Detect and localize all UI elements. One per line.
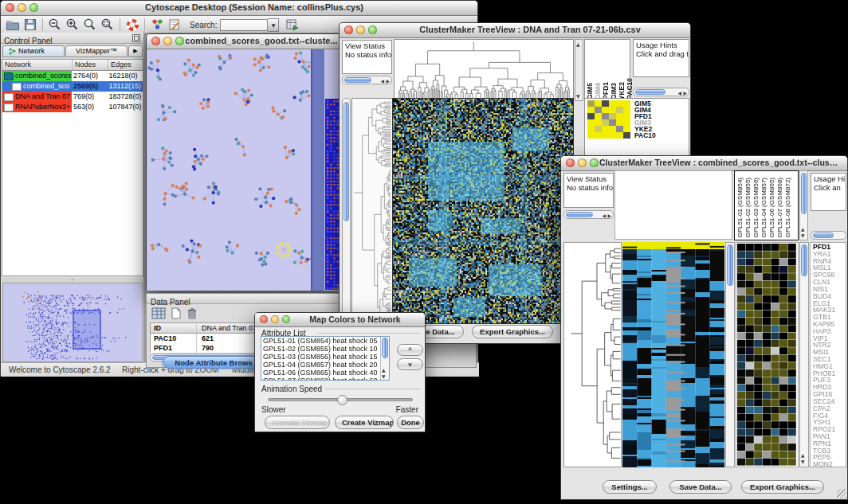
column-dendrogram-area[interactable] (614, 170, 732, 240)
status-hscrollbar[interactable]: ◀▶ (563, 210, 614, 219)
annotation-icon[interactable] (166, 18, 183, 32)
matrix-cell[interactable] (616, 100, 623, 107)
slider-thumb[interactable] (337, 395, 347, 405)
speed-slider[interactable] (268, 398, 413, 401)
array-label[interactable]: GPL51-01 (GSM854) (736, 178, 744, 238)
attribute-item[interactable]: GPL51-03 (GSM856) heat shock 15 min (261, 353, 379, 361)
array-label[interactable]: GPL51-03 (GSM856) (752, 178, 760, 238)
matrix-cell[interactable] (623, 126, 630, 132)
vizmap-colors-icon[interactable] (148, 18, 166, 32)
gene-dendrogram-canvas[interactable] (352, 99, 392, 323)
matrix-cell[interactable] (602, 100, 609, 107)
array-labels-strip[interactable]: GPL51-01 (GSM854)GPL51-02 (GSM855)GPL51-… (734, 170, 799, 240)
resize-grip[interactable] (837, 489, 846, 498)
matrix-cell[interactable] (602, 119, 609, 126)
zoom-window-icon[interactable] (29, 3, 38, 12)
save-icon[interactable] (22, 18, 39, 32)
array-label[interactable]: GPL51-07 (GSM868) (776, 178, 783, 238)
matrix-cell[interactable] (595, 100, 602, 107)
matrix-cell[interactable] (609, 126, 616, 132)
gene-label[interactable]: PAC10 (634, 132, 656, 139)
tab-vizmapper[interactable]: VizMapper™ (65, 45, 128, 57)
status-hscrollbar[interactable]: ◀▶ (342, 76, 392, 84)
new-attribute-icon[interactable] (171, 307, 182, 322)
network-row[interactable]: DNA and Tran 07 769(0) 183728(0) (2, 92, 143, 102)
matrix-cell[interactable] (623, 113, 630, 119)
tab-network[interactable]: Network (2, 45, 65, 57)
similarity-heatmap-canvas[interactable] (393, 99, 573, 323)
save-data-button[interactable]: Save Data... (669, 480, 732, 494)
minimize-icon[interactable] (163, 37, 172, 45)
matrix-cell[interactable] (602, 113, 609, 119)
attribute-vscrollbar[interactable]: ▲▼ (380, 337, 389, 380)
trash-icon[interactable] (186, 307, 198, 322)
gene-name-list[interactable]: PFD1YRA1RNR4MSL1SPC98CLN1NIS1BUD4ELG1MAK… (810, 242, 846, 467)
minimize-icon[interactable] (578, 158, 587, 167)
move-down-button[interactable]: v (397, 358, 423, 370)
minimize-icon[interactable] (356, 25, 365, 34)
matrix-cell[interactable] (609, 100, 616, 107)
done-button[interactable]: Done (397, 416, 424, 429)
matrix-cell[interactable] (602, 132, 609, 139)
matrix-cell[interactable] (595, 132, 602, 139)
array-label[interactable]: GPL51-06 (GSM865) (768, 178, 775, 238)
export-graphics-button[interactable]: Export Graphics... (741, 480, 824, 494)
matrix-cell[interactable] (595, 107, 602, 113)
matrix-cell[interactable] (609, 132, 616, 139)
zoom-actual-icon[interactable] (81, 18, 99, 32)
matrix-cell[interactable] (609, 107, 616, 113)
open-folder-icon[interactable] (4, 18, 22, 32)
zoom-fit-icon[interactable] (99, 18, 116, 32)
move-up-button[interactable]: ^ (397, 344, 423, 356)
matrix-cell[interactable] (623, 107, 630, 113)
genelist-vscrollbar[interactable]: ▲▼ (799, 242, 809, 467)
hints-hscrollbar[interactable]: ◀▶ (633, 88, 689, 96)
attribute-list[interactable]: GPL51-01 (GSM854) heat shock 05 minGPL51… (261, 337, 379, 380)
dendro-scroll-strip[interactable]: ▲▼ (575, 39, 583, 101)
network-graph-canvas[interactable] (147, 49, 346, 291)
column-label[interactable]: GIM4 (595, 83, 602, 100)
matrix-cell[interactable] (623, 119, 630, 126)
minimize-icon[interactable] (271, 315, 279, 323)
zoom-window-icon[interactable] (590, 158, 599, 167)
network-row[interactable]: RNAPuberNov2+ 563(0) 107847(0) (2, 102, 143, 112)
search-dropdown-button[interactable]: ▼ (268, 18, 279, 32)
zoom-matrix[interactable] (587, 100, 630, 139)
expression-heatmap-canvas[interactable] (622, 242, 724, 467)
matrix-cell[interactable] (595, 119, 602, 126)
gene-dendrogram-canvas[interactable] (564, 243, 621, 467)
matrix-cell[interactable] (587, 126, 595, 132)
main-titlebar[interactable]: Cytoscape Desktop (Session Name: collins… (1, 1, 477, 16)
matrix-cell[interactable] (616, 119, 623, 126)
matrix-cell[interactable] (587, 119, 595, 126)
matrix-cell[interactable] (602, 126, 609, 132)
matrix-cell[interactable] (587, 113, 595, 119)
network-row[interactable]: combined_scores 2764(0) 16218(0) (2, 71, 143, 81)
tab-scroll-button[interactable]: ▶ (128, 45, 143, 57)
zoom-heatmap-canvas[interactable] (737, 244, 796, 466)
network-row[interactable]: combined_sco 2569(6) 13112(15) (2, 81, 143, 92)
heatmap-vscrollbar[interactable] (725, 242, 735, 467)
network-overview-canvas[interactable] (3, 283, 142, 361)
network-view-titlebar[interactable]: combined_scores_good.txt--cluste... (147, 34, 346, 49)
zoom-window-icon[interactable] (175, 37, 184, 45)
treeview-combined-titlebar[interactable]: ClusterMaker TreeView : combined_scores_… (561, 156, 847, 171)
close-icon[interactable] (260, 315, 268, 323)
attribute-item[interactable]: GPL51-06 (GSM865) heat shock 40 min (261, 369, 379, 377)
close-icon[interactable] (6, 3, 14, 12)
create-vizmap-button[interactable]: Create Vizmap (335, 416, 394, 429)
column-label[interactable]: GIM5 (587, 83, 594, 100)
gene-name[interactable]: MON2 (813, 461, 846, 467)
export-graphics-button[interactable]: Export Graphics... (472, 325, 553, 338)
dialog-titlebar[interactable]: Map Colors to Network (255, 313, 425, 327)
float-panel-icon[interactable] (132, 34, 140, 42)
zoom-matrix-row-labels[interactable]: GIM5GIM4PFD1GIM3YKE2PAC10 (634, 100, 656, 139)
matrix-cell[interactable] (587, 100, 595, 107)
node-attribute-browser-button[interactable]: Node Attribute Brows (163, 356, 265, 369)
table-grid-icon[interactable] (151, 307, 166, 322)
animate-vizmap-button[interactable]: Animate Vizmap (265, 416, 330, 429)
zoom-out-icon[interactable] (46, 18, 64, 32)
column-labels-strip[interactable]: GIM5GIM4PFD1GIM3YKE2PAC10 (584, 39, 630, 101)
matrix-cell[interactable] (595, 113, 602, 119)
close-icon[interactable] (151, 37, 160, 45)
